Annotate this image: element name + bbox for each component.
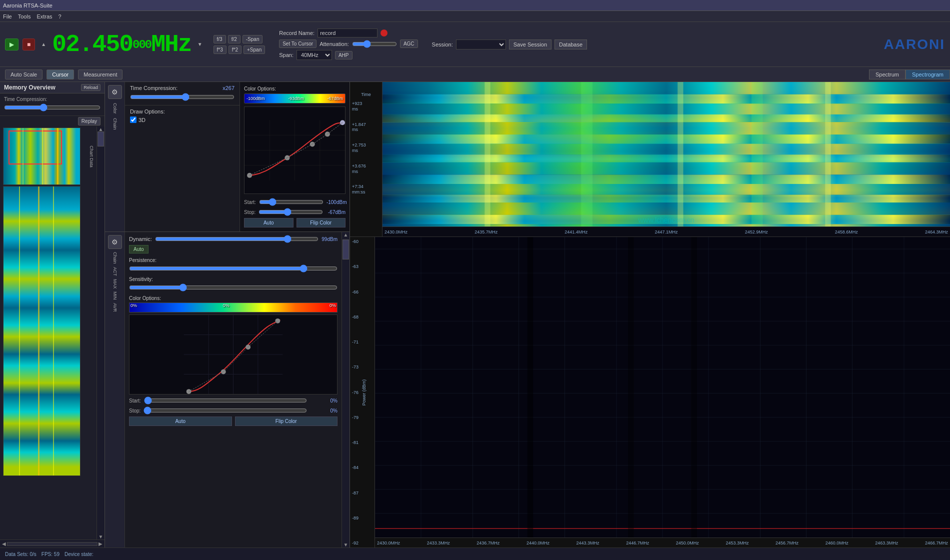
- scroll-left-arrow[interactable]: ◀: [2, 541, 6, 546]
- 3d-checkbox[interactable]: [130, 116, 136, 123]
- minus-span-button[interactable]: -Span: [242, 35, 263, 44]
- attenuation-slider[interactable]: [352, 40, 397, 48]
- waterfall-freq-axis: 2430.0MHz 2435.7MHz 2441.4MHz 2447.1MHz …: [382, 226, 950, 236]
- menu-tools[interactable]: Tools: [18, 14, 31, 20]
- bottom-chain-label[interactable]: Chain: [112, 252, 118, 264]
- persistence-slider[interactable]: [129, 264, 338, 272]
- scroll-down-arrow[interactable]: ▼: [98, 534, 104, 540]
- spectrum-svg: [375, 237, 950, 538]
- tc-slider[interactable]: [130, 93, 234, 101]
- max-label[interactable]: MAX: [112, 279, 118, 289]
- fmul3-button[interactable]: f*3: [214, 46, 226, 54]
- database-button[interactable]: Database: [554, 40, 587, 50]
- main-toolbar: ▶ ■ ▲ 02.450000MHz ▼ f/3 f/2 -Span f*3 f…: [0, 22, 950, 67]
- bottom-scrollbar[interactable]: ◀ ▶: [0, 540, 104, 548]
- chart-data-label: Chart Data: [89, 146, 94, 168]
- spectrum-tab[interactable]: Spectrum: [869, 70, 906, 80]
- stop-row: Stop: -67dBm: [244, 208, 346, 216]
- stop-slider[interactable]: [258, 208, 323, 216]
- auto-color-button[interactable]: Auto: [244, 218, 294, 228]
- ahp-button[interactable]: AHP: [335, 51, 352, 60]
- bottom-flip-color-button[interactable]: Flip Color: [235, 416, 338, 426]
- play-button[interactable]: ▶: [5, 38, 18, 50]
- color-sidebar-label[interactable]: Color: [112, 103, 118, 114]
- session-select[interactable]: [456, 40, 506, 50]
- time-compression-section: Time Compression:: [0, 94, 104, 116]
- bottom-settings-gear[interactable]: ⚙: [108, 235, 122, 249]
- bottom-stop-slider[interactable]: [144, 406, 307, 414]
- y-label-12: -92: [352, 540, 372, 546]
- attenuation-label: Attenuation:: [320, 41, 349, 47]
- bottom-auto-button[interactable]: Auto: [129, 416, 232, 426]
- memory-thumbnail-bottom: [3, 186, 80, 476]
- middle-content-top: Time Compression: x267 Draw Options: 3D: [125, 82, 240, 232]
- y-axis-title: Power (dBm): [362, 379, 366, 406]
- pct0a: 0%: [130, 303, 137, 308]
- sp-freq-11: 2466.7MHz: [925, 540, 948, 546]
- svg-rect-37: [382, 174, 950, 184]
- act-label[interactable]: ACT: [112, 267, 118, 276]
- spectrogram-tab[interactable]: Spectrogram: [906, 70, 950, 80]
- cursor-button[interactable]: Cursor: [46, 70, 74, 80]
- wf-freq-5: 2458.6MHz: [835, 230, 858, 234]
- fdiv3-button[interactable]: f/3: [214, 35, 226, 44]
- fdiv2-button[interactable]: f/2: [228, 35, 240, 44]
- memory-thumbnail-top: [3, 128, 80, 185]
- tc-label: Time Compression:: [130, 85, 178, 91]
- persistence-row: Persistence:: [129, 258, 338, 274]
- start-slider[interactable]: [259, 198, 324, 206]
- flip-color-button[interactable]: Flip Color: [296, 218, 346, 228]
- watermark: www.lchencom.cn: [638, 216, 694, 224]
- plus-span-button[interactable]: +Span: [244, 46, 265, 54]
- stop-button[interactable]: ■: [22, 38, 35, 50]
- waterfall-image: www.lchencom.cn: [382, 82, 950, 236]
- wf-freq-3: 2447.1MHz: [654, 230, 678, 234]
- svg-rect-45: [678, 82, 683, 236]
- memory-overview-title: Memory Overview Reload: [0, 82, 104, 94]
- menu-file[interactable]: File: [3, 14, 12, 20]
- chain-sidebar-label[interactable]: Chain: [112, 118, 118, 130]
- spectrum-panel: -60 -63 -66 -68 -71 -73 -76 -79 -81 -84 …: [350, 237, 950, 548]
- svg-rect-38: [382, 184, 950, 195]
- sp-freq-6: 2450.0MHz: [676, 540, 699, 546]
- dynamic-slider[interactable]: [155, 235, 318, 243]
- bottom-start-label: Start:: [129, 398, 141, 404]
- auto-dynamic-button[interactable]: Auto: [129, 245, 148, 254]
- scroll-thumb[interactable]: [98, 132, 104, 146]
- waterfall-panel: 16:16:16.389 Time +923ms +1.847ms +2.753…: [350, 82, 950, 237]
- menu-extras[interactable]: Extras: [36, 14, 52, 20]
- measurement-button[interactable]: Measurement: [78, 70, 122, 80]
- middle-panel: ⚙ Color Chain Time Compression: x267 Dra…: [105, 82, 350, 548]
- settings-gear-icon[interactable]: ⚙: [108, 85, 122, 99]
- time-compression-slider[interactable]: [4, 104, 100, 112]
- span-select[interactable]: 40MHz 1MHz 10MHz 20MHz 80MHz 100MHz: [296, 50, 332, 60]
- auto-scale-button[interactable]: Auto Scale: [5, 70, 42, 80]
- fmul2-button[interactable]: f*2: [228, 46, 242, 54]
- memory-bottom-section: [3, 186, 94, 476]
- set-to-cursor-button[interactable]: Set To Cursor: [279, 40, 316, 48]
- color-max-label: -67dBm: [327, 96, 343, 101]
- sp-freq-9: 2460.0MHz: [826, 540, 848, 546]
- min-label[interactable]: MIN: [112, 292, 118, 300]
- agc-button[interactable]: AGC: [400, 40, 418, 48]
- middle-scroll-thumb[interactable]: [342, 240, 349, 260]
- left-panel-scrollbar[interactable]: ▲ ▼: [96, 126, 104, 540]
- bottom-settings-sidebar: ⚙ Chain ACT MAX MIN AVR: [105, 232, 125, 548]
- sp-freq-8: 2456.7MHz: [776, 540, 798, 546]
- y-label-2: -66: [352, 290, 372, 294]
- freq-controls: f/3 f/2 -Span f*3 f*2 +Span: [214, 35, 266, 54]
- save-session-button[interactable]: Save Session: [509, 40, 552, 50]
- reload-button[interactable]: Reload: [81, 84, 100, 91]
- 3d-label: 3D: [138, 117, 146, 123]
- color-options-title: Color Options:: [244, 86, 346, 92]
- main-content: Memory Overview Reload Time Compression:…: [0, 82, 950, 548]
- svg-rect-30: [382, 104, 950, 114]
- replay-button[interactable]: Replay: [78, 117, 100, 126]
- record-name-input[interactable]: [318, 28, 378, 38]
- middle-bottom-scrollbar[interactable]: ▲ ▼: [342, 232, 350, 548]
- avr-label[interactable]: AVR: [112, 303, 118, 312]
- sensitivity-slider[interactable]: [129, 284, 338, 292]
- menu-help[interactable]: ?: [58, 14, 62, 20]
- scroll-right-arrow[interactable]: ▶: [98, 541, 102, 546]
- bottom-start-slider[interactable]: [144, 396, 307, 404]
